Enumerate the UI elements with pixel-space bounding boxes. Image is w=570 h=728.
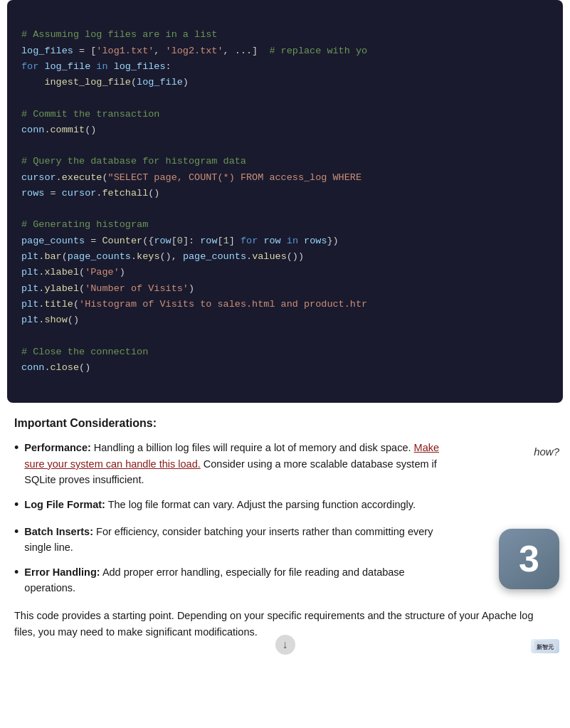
bullet-text: Log File Format: The log file format can… bbox=[24, 497, 416, 512]
list-item: • Log File Format: The log file format c… bbox=[14, 497, 559, 515]
code-block: # Assuming log files are in a list log_f… bbox=[21, 11, 549, 391]
bullet-list: • Performance: Handling a billion log fi… bbox=[14, 440, 559, 596]
code-section: what? for loop with i/o a billion times!… bbox=[0, 0, 570, 403]
svg-text:新智元: 新智元 bbox=[537, 643, 554, 650]
bullet-dot: • bbox=[14, 438, 19, 458]
code-container: # Assuming log files are in a list log_f… bbox=[7, 0, 563, 403]
bullet-dot: • bbox=[14, 522, 19, 542]
bullet-bold-performance: Performance: bbox=[24, 442, 90, 453]
bullet-dot: • bbox=[14, 563, 19, 583]
bullet-text: Batch Inserts: For efficiency, consider … bbox=[24, 524, 445, 556]
bullet-text: Performance: Handling a billion log file… bbox=[24, 440, 445, 487]
bullet-bold-logformat: Log File Format: bbox=[24, 499, 105, 510]
bullet-bold-error: Error Handling: bbox=[24, 566, 100, 578]
content-section: how? Important Considerations: • Perform… bbox=[0, 403, 570, 660]
bullet-text: Error Handling: Add proper error handlin… bbox=[24, 564, 445, 596]
list-item: • Batch Inserts: For efficiency, conside… bbox=[14, 524, 559, 556]
watermark: 新智元 bbox=[531, 639, 559, 653]
list-item: • Error Handling: Add proper error handl… bbox=[14, 564, 559, 596]
bullet-dot: • bbox=[14, 495, 19, 515]
number-badge: 3 bbox=[499, 529, 559, 589]
scroll-indicator[interactable]: ↓ bbox=[275, 635, 295, 655]
annotation-how: how? bbox=[534, 445, 559, 458]
list-item: • Performance: Handling a billion log fi… bbox=[14, 440, 559, 487]
watermark-logo: 新智元 bbox=[531, 639, 559, 653]
page-wrapper: what? for loop with i/o a billion times!… bbox=[0, 0, 570, 660]
bullet-bold-batch: Batch Inserts: bbox=[24, 526, 93, 537]
important-title: Important Considerations: bbox=[14, 417, 559, 430]
